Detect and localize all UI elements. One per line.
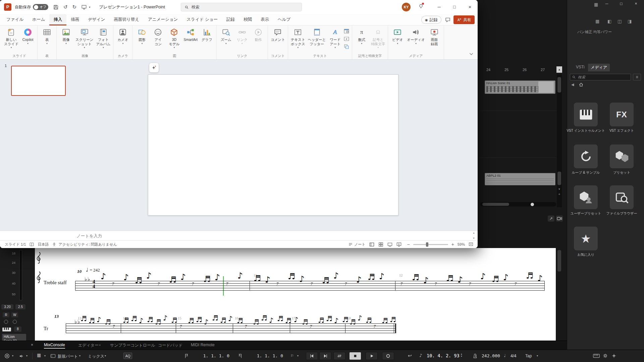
right-locator-time[interactable]: 1. 1. 1. 0 bbox=[246, 353, 283, 358]
slide-canvas[interactable] bbox=[148, 74, 398, 216]
cycle-button[interactable] bbox=[333, 352, 345, 360]
record-button[interactable]: ◉ 記録 bbox=[421, 16, 441, 24]
left-locator-time[interactable]: 1. 1. 1. 0 bbox=[192, 353, 229, 358]
ribbon-button-テキストボックス[interactable]: テキスト ボックス▾ bbox=[290, 27, 306, 49]
ribbon-tab-3[interactable]: 挿入 bbox=[49, 14, 66, 25]
tile-user-presets[interactable] bbox=[574, 185, 598, 209]
monitor-icon[interactable] bbox=[13, 320, 17, 324]
tab-vsti[interactable]: VSTi bbox=[573, 64, 587, 70]
close-lower-zone-icon[interactable]: × bbox=[31, 343, 33, 347]
ribbon-button-コメント[interactable]: コメント bbox=[270, 27, 286, 42]
position-stepper[interactable]: ▴▾ bbox=[461, 353, 462, 357]
lower-tab-コードパッド[interactable]: コードパッド bbox=[158, 343, 182, 348]
tile-file-browser[interactable] bbox=[610, 185, 634, 209]
zoom-in-button[interactable]: + bbox=[451, 242, 454, 247]
split-left-icon[interactable]: ◧ bbox=[607, 19, 611, 24]
icon-object[interactable] bbox=[343, 44, 350, 50]
feedback-bulb-icon[interactable] bbox=[418, 3, 424, 9]
video-icon[interactable] bbox=[556, 216, 563, 222]
ribbon-button-スクリーンショット[interactable]: スクリーン ショット▾ bbox=[74, 27, 94, 49]
split-right-icon[interactable]: ◨ bbox=[628, 19, 632, 24]
ribbon-button-リンク[interactable]: リンク▾ bbox=[234, 27, 250, 45]
ribbon-button-画面録画[interactable]: 画面 録画 bbox=[427, 27, 442, 46]
zoom-slider[interactable] bbox=[413, 244, 448, 245]
close-icon[interactable]: × bbox=[462, 0, 478, 14]
spellcheck-book-icon[interactable] bbox=[29, 242, 34, 247]
midi-channel-value[interactable]: 8 bbox=[14, 326, 21, 332]
zoom-percent[interactable]: 59% bbox=[458, 242, 465, 246]
cycle-return-icon[interactable]: ↩ bbox=[408, 353, 412, 358]
reading-view-icon[interactable] bbox=[387, 242, 393, 247]
autosave-toggle[interactable]: オフ bbox=[33, 4, 48, 10]
close-icon[interactable]: × bbox=[631, 1, 641, 7]
speaker-icon[interactable] bbox=[19, 353, 24, 359]
ribbon-button-表[interactable]: 表▾ bbox=[39, 27, 55, 45]
workspace-grid-icon[interactable]: ▦ bbox=[594, 2, 598, 7]
playback-cursor[interactable] bbox=[223, 276, 224, 296]
save-icon[interactable] bbox=[53, 4, 59, 10]
accessibility-status[interactable]: アクセシビリティ: 問題ありません bbox=[58, 242, 117, 247]
chevron-down-icon[interactable]: ▾ bbox=[105, 354, 106, 357]
ribbon-button-SmartArt[interactable]: SmartArt bbox=[182, 27, 198, 42]
tile-loops-samples[interactable] bbox=[574, 144, 598, 168]
chevron-down-icon[interactable]: ▾ bbox=[26, 354, 28, 357]
notes-toggle[interactable]: ノート bbox=[354, 242, 366, 247]
mix-mode-select[interactable]: ミックス bbox=[88, 354, 104, 359]
punch-in-icon[interactable]: ⚐ bbox=[290, 354, 294, 358]
activate-icon[interactable] bbox=[4, 353, 10, 359]
audio-clip[interactable]: ABPL2 01 bbox=[485, 173, 555, 185]
record-mode-select[interactable]: 新規パート bbox=[58, 354, 78, 359]
share-button[interactable]: 共有 bbox=[453, 15, 475, 24]
zoom-out-button[interactable]: − bbox=[407, 242, 410, 247]
scrollbar-thumb[interactable] bbox=[482, 203, 509, 206]
lower-tab-サンプラーコントロール[interactable]: サンプラーコントロール bbox=[110, 343, 155, 348]
tile-vst-instruments[interactable] bbox=[574, 103, 598, 126]
ribbon-tab-12[interactable]: ヘルプ bbox=[273, 14, 295, 25]
chevron-down-icon[interactable]: ▾ bbox=[537, 354, 538, 357]
home-icon[interactable] bbox=[579, 82, 584, 87]
volume-value[interactable]: 3.20 bbox=[1, 304, 13, 309]
goto-start-button[interactable] bbox=[306, 352, 318, 360]
slide-thumbnail[interactable] bbox=[11, 66, 66, 96]
minimize-icon[interactable]: ─ bbox=[431, 0, 447, 14]
ribbon-button-カメオ[interactable]: カメオ▾ bbox=[115, 27, 130, 45]
zoom-slider-thumb[interactable] bbox=[426, 242, 428, 247]
ribbon-button-図形[interactable]: 図形▾ bbox=[134, 27, 150, 45]
lower-tab-MIDI Remote[interactable]: MIDI Remote bbox=[191, 343, 215, 347]
search-input[interactable]: 検索 bbox=[181, 3, 302, 11]
vertical-scrollbar[interactable] bbox=[557, 74, 562, 207]
metronome-icon[interactable] bbox=[472, 353, 478, 359]
chevron-down-icon[interactable]: ▾ bbox=[297, 354, 299, 357]
ribbon-button-ワードアート[interactable]: Aワード アート▾ bbox=[327, 27, 343, 49]
auto-quantize-button[interactable]: AQ bbox=[123, 353, 132, 359]
goto-end-button[interactable] bbox=[319, 352, 331, 360]
fit-to-window-icon[interactable] bbox=[468, 242, 474, 247]
ribbon-tab-6[interactable]: 画面切り替え bbox=[109, 14, 144, 25]
designer-button[interactable] bbox=[149, 63, 159, 72]
touch-mode-icon[interactable] bbox=[81, 4, 87, 10]
chevron-down-icon[interactable]: ▾ bbox=[12, 354, 13, 357]
scrollbar-thumb[interactable] bbox=[557, 250, 561, 272]
ribbon-button-動作[interactable]: 動作 bbox=[251, 27, 266, 42]
ribbon-button-Copilot[interactable]: Copilot▾ bbox=[20, 27, 36, 45]
maximize-icon[interactable]: □ bbox=[447, 0, 462, 14]
read-automation-button[interactable]: R bbox=[3, 312, 9, 317]
ribbon-button-グラフ[interactable]: グラフ bbox=[199, 27, 215, 42]
right-locator-flag-icon[interactable] bbox=[237, 353, 243, 359]
time-signature-display[interactable]: 4/4 bbox=[511, 354, 516, 358]
left-locator-flag-icon[interactable] bbox=[184, 353, 189, 359]
ribbon-button-ズーム[interactable]: ズーム▾ bbox=[218, 27, 234, 45]
ribbon-button-画像[interactable]: 画像▾ bbox=[58, 27, 74, 45]
icon-date-time[interactable] bbox=[343, 28, 350, 35]
tile-presets[interactable] bbox=[610, 144, 634, 168]
scrollbar-thumb[interactable] bbox=[557, 172, 561, 185]
lower-tab-エディター[interactable]: エディター bbox=[78, 343, 99, 348]
ribbon-tab-8[interactable]: スライド ショー bbox=[182, 14, 222, 25]
zoom-v-button[interactable]: ▼ bbox=[557, 188, 562, 192]
ribbon-button-ヘッダーとフッター[interactable]: ヘッダーと フッター bbox=[307, 27, 327, 46]
ribbon-tab-7[interactable]: アニメーション bbox=[144, 14, 182, 25]
tile-favorites[interactable]: ★ bbox=[574, 227, 598, 250]
zoom-knob[interactable] bbox=[531, 203, 534, 206]
ribbon-button-数式[interactable]: π数式▾ bbox=[354, 27, 369, 45]
ribbon-button-ビデオ[interactable]: ビデオ▾ bbox=[390, 27, 405, 45]
